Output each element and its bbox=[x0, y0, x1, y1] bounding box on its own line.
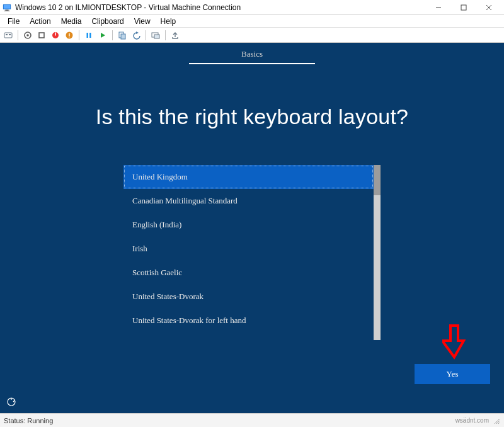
menu-help[interactable]: Help bbox=[156, 16, 181, 26]
svg-rect-17 bbox=[89, 33, 91, 38]
list-item[interactable]: English (India) bbox=[123, 213, 374, 237]
toolbar-separator bbox=[165, 30, 166, 40]
page-title: Is this the right keyboard layout? bbox=[0, 105, 504, 129]
menu-bar: File Action Media Clipboard View Help bbox=[0, 15, 504, 28]
checkpoint-button[interactable] bbox=[117, 30, 128, 41]
window-close-button[interactable] bbox=[476, 0, 501, 15]
accessibility-icon[interactable] bbox=[5, 396, 18, 408]
status-text: Status: Running bbox=[4, 417, 53, 424]
scrollbar-thumb[interactable] bbox=[374, 165, 381, 195]
svg-rect-14 bbox=[69, 33, 69, 36]
svg-rect-6 bbox=[6, 34, 8, 35]
window-title: Windows 10 2 on ILMIONTDESKTOP - Virtual… bbox=[15, 3, 426, 12]
svg-rect-12 bbox=[55, 32, 56, 35]
svg-rect-3 bbox=[4, 10, 10, 11]
list-item[interactable]: Canadian Multilingual Standard bbox=[123, 189, 374, 213]
svg-marker-18 bbox=[101, 33, 105, 38]
window-titlebar: Windows 10 2 on ILMIONTDESKTOP - Virtual… bbox=[0, 0, 504, 15]
revert-button[interactable] bbox=[130, 30, 142, 41]
resize-grip-icon[interactable] bbox=[493, 417, 500, 424]
reset-button[interactable] bbox=[97, 30, 108, 41]
yes-button[interactable]: Yes bbox=[415, 364, 490, 384]
svg-marker-21 bbox=[136, 31, 139, 34]
menu-media[interactable]: Media bbox=[56, 16, 87, 26]
window-maximize-button[interactable] bbox=[451, 0, 476, 15]
svg-rect-20 bbox=[121, 34, 125, 39]
oobe-tabstrip: Basics bbox=[189, 47, 315, 64]
vm-monitor-icon bbox=[3, 3, 11, 12]
toolbar bbox=[0, 28, 504, 43]
tab-basics[interactable]: Basics bbox=[197, 47, 307, 63]
window-minimize-button[interactable] bbox=[426, 0, 451, 15]
menu-clipboard[interactable]: Clipboard bbox=[86, 16, 129, 26]
svg-rect-23 bbox=[154, 35, 159, 38]
list-item[interactable]: United Kingdom bbox=[123, 165, 374, 189]
svg-rect-5 bbox=[4, 33, 12, 38]
svg-rect-7 bbox=[9, 34, 11, 35]
svg-rect-10 bbox=[39, 33, 44, 38]
list-item[interactable]: Irish bbox=[123, 237, 374, 261]
ctrl-alt-del-button[interactable] bbox=[3, 30, 14, 41]
share-button[interactable] bbox=[169, 30, 181, 41]
menu-view[interactable]: View bbox=[129, 16, 156, 26]
guest-display: Basics Is this the right keyboard layout… bbox=[0, 43, 504, 413]
list-item[interactable]: United States-Dvorak bbox=[123, 285, 374, 309]
turn-off-button[interactable] bbox=[36, 30, 47, 41]
svg-rect-2 bbox=[5, 9, 8, 10]
toolbar-separator bbox=[79, 30, 79, 40]
menu-action[interactable]: Action bbox=[25, 16, 55, 26]
menu-file[interactable]: File bbox=[3, 16, 25, 26]
save-button[interactable] bbox=[64, 30, 75, 41]
list-item[interactable]: Scottish Gaelic bbox=[123, 261, 374, 285]
toolbar-separator bbox=[18, 30, 18, 40]
scrollbar[interactable] bbox=[374, 165, 381, 340]
toolbar-separator bbox=[146, 30, 146, 40]
svg-rect-16 bbox=[87, 33, 88, 38]
pause-button[interactable] bbox=[83, 30, 94, 41]
svg-rect-1 bbox=[4, 4, 11, 8]
svg-rect-15 bbox=[69, 37, 69, 37]
svg-point-9 bbox=[26, 34, 29, 37]
start-button[interactable] bbox=[22, 30, 33, 41]
annotation-arrow-icon bbox=[442, 323, 466, 360]
watermark-text: wsädnt.com bbox=[455, 417, 489, 424]
shutdown-button[interactable] bbox=[50, 30, 61, 41]
keyboard-layout-listbox: United Kingdom Canadian Multilingual Sta… bbox=[123, 165, 381, 340]
status-bar: Status: Running wsädnt.com bbox=[0, 413, 504, 427]
svg-rect-4 bbox=[461, 5, 466, 10]
list-item[interactable]: United States-Dvorak for left hand bbox=[123, 309, 374, 333]
keyboard-layout-list[interactable]: United Kingdom Canadian Multilingual Sta… bbox=[123, 165, 374, 340]
toolbar-separator bbox=[112, 30, 113, 40]
enhanced-session-button[interactable] bbox=[150, 30, 161, 41]
